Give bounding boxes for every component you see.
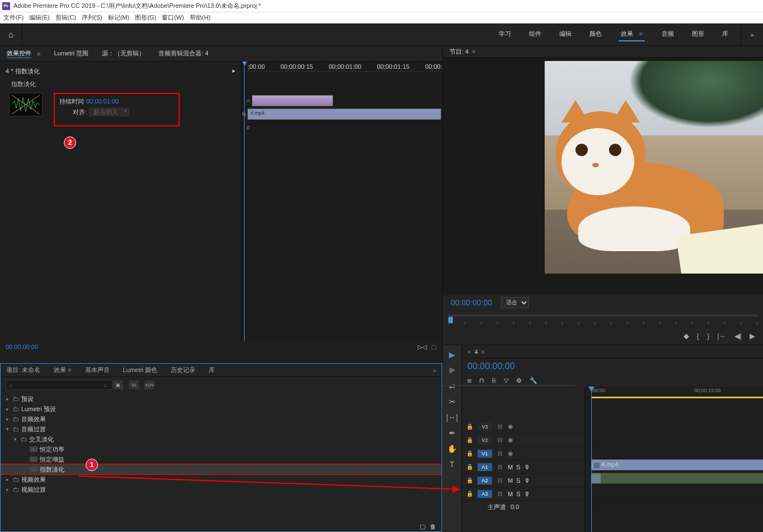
menu-sequence[interactable]: 序列(S): [82, 13, 102, 22]
workspace-overflow[interactable]: »: [741, 23, 763, 46]
link-icon[interactable]: ⎘: [492, 377, 496, 384]
tree-effect[interactable]: ▫恒定功率: [1, 444, 442, 454]
track-select-tool[interactable]: ⫸: [446, 365, 458, 375]
menu-help[interactable]: 帮助(H): [190, 13, 210, 22]
tree-folder[interactable]: ▸🗀Lumetri 预设: [1, 404, 442, 414]
track-v1[interactable]: V1: [478, 450, 492, 458]
tree-folder[interactable]: ▸🗀音频效果: [1, 414, 442, 424]
program-monitor-viewport[interactable]: [443, 58, 763, 295]
sequence-name[interactable]: 4: [474, 349, 478, 355]
type-tool[interactable]: T: [446, 459, 458, 469]
duration-value[interactable]: 00:00:01:00: [86, 98, 119, 105]
track-a1[interactable]: A1: [478, 463, 492, 471]
ec-timecode[interactable]: 00:00:00:00: [6, 343, 38, 350]
align-dropdown[interactable]: 起点切入: [89, 107, 129, 116]
snap-icon[interactable]: ⊓: [479, 377, 484, 384]
timeline-ruler[interactable]: ;00:00 00;00:15:00 00;00:30:00: [585, 387, 763, 398]
effects-search-input[interactable]: [6, 380, 113, 390]
settings-icon[interactable]: ⚙: [516, 377, 522, 384]
timeline-timecode[interactable]: 00:00:00:00: [467, 361, 515, 371]
ec-export-icon[interactable]: ⬚: [431, 343, 437, 351]
razor-tool[interactable]: ✂: [446, 397, 458, 407]
new-bin-icon[interactable]: ▢: [420, 523, 425, 530]
lock-icon[interactable]: 🔒: [465, 423, 474, 430]
zoom-select[interactable]: 适合: [501, 297, 529, 308]
panel-overflow[interactable]: »: [433, 367, 436, 374]
mic-icon[interactable]: 🎙: [524, 464, 530, 470]
tab-effect-controls[interactable]: 效果控件: [7, 49, 31, 58]
trash-icon[interactable]: 🗑: [430, 523, 436, 530]
audio-clip[interactable]: [591, 473, 763, 484]
program-scrubber[interactable]: [443, 310, 763, 322]
ws-effects[interactable]: 效果 ≡: [619, 27, 645, 41]
filter-accelerated[interactable]: ▣: [113, 380, 123, 389]
filter-32bit[interactable]: 32: [129, 380, 139, 389]
add-marker-button[interactable]: ◆: [684, 332, 689, 340]
menu-icon[interactable]: ≡: [481, 349, 485, 355]
tree-effect[interactable]: ▫指数淡化: [1, 464, 442, 474]
ec-toggle-icon[interactable]: ▸: [232, 67, 236, 76]
ec-loop-icon[interactable]: ▷◁: [418, 343, 427, 351]
panel-menu-icon[interactable]: ≡: [37, 50, 40, 57]
menu-icon[interactable]: ≡: [472, 48, 475, 55]
menu-window[interactable]: 窗口(W): [162, 13, 184, 22]
filter-yuv[interactable]: YUV: [144, 380, 155, 389]
menu-marker[interactable]: 标记(M): [108, 13, 130, 22]
tab-lumetri-scopes[interactable]: Lumetri 范围: [54, 49, 88, 58]
slip-tool[interactable]: |↔|: [446, 412, 458, 422]
program-timecode[interactable]: 00:00:00:00: [451, 298, 492, 307]
timeline-area[interactable]: ;00:00 00;00:15:00 00;00:30:00 4.mp4: [585, 387, 763, 532]
tab-history[interactable]: 历史记录: [171, 366, 195, 374]
work-area-bar[interactable]: [591, 397, 763, 398]
ws-audio[interactable]: 音频: [661, 27, 675, 41]
tree-folder[interactable]: ▸🗀视频效果: [1, 474, 442, 484]
home-button[interactable]: ⌂: [0, 23, 22, 46]
ec-time-ruler[interactable]: ;00:00 00;00:00:15 00;00:01:00 00;00:01:…: [242, 62, 442, 72]
go-in-button[interactable]: |←: [717, 332, 726, 340]
ws-graphics[interactable]: 图形: [691, 27, 705, 41]
tree-effect[interactable]: ▫恒定增益: [1, 454, 442, 464]
ec-transition-clip[interactable]: [252, 95, 333, 106]
tab-project[interactable]: 项目: 未命名: [6, 366, 40, 374]
hand-tool[interactable]: ✋: [446, 444, 458, 454]
mark-out-button[interactable]: }: [707, 332, 709, 340]
play-button[interactable]: ▶: [750, 332, 755, 340]
ec-playhead[interactable]: [244, 62, 245, 341]
track-a3[interactable]: A3: [478, 490, 492, 498]
menu-edit[interactable]: 编辑(E): [29, 13, 50, 22]
ripple-tool[interactable]: ⇄: [446, 381, 458, 391]
close-seq-icon[interactable]: ×: [467, 349, 471, 355]
ws-library[interactable]: 库: [721, 27, 729, 41]
tab-essential-sound[interactable]: 基本声音: [85, 366, 110, 374]
ws-assembly[interactable]: 组件: [528, 27, 542, 41]
tree-folder[interactable]: ▸🗀预设: [1, 394, 442, 404]
video-clip[interactable]: 4.mp4: [591, 459, 763, 470]
mark-in-button[interactable]: {: [697, 332, 699, 340]
track-a2[interactable]: A2: [478, 477, 492, 484]
ws-color[interactable]: 颜色: [588, 27, 603, 41]
tree-folder[interactable]: ▾🗀音频过渡: [1, 424, 442, 434]
tree-folder[interactable]: ▾🗀交叉淡化: [1, 434, 442, 444]
eye-icon[interactable]: ◉: [508, 423, 513, 430]
ws-learn[interactable]: 学习: [498, 27, 512, 41]
ec-audio-clip[interactable]: 4.mp4: [247, 109, 441, 120]
selection-tool[interactable]: ▶: [446, 350, 458, 360]
pen-tool[interactable]: ✒: [446, 428, 458, 438]
timeline-playhead[interactable]: [591, 387, 592, 532]
menu-file[interactable]: 文件(F): [3, 13, 24, 22]
tab-effects[interactable]: 效果 ≡: [54, 366, 71, 374]
menu-graphics[interactable]: 图形(G): [135, 13, 156, 22]
step-back-button[interactable]: ◀|: [734, 332, 742, 340]
tab-audio-mixer[interactable]: 音频剪辑混合器: 4: [158, 49, 208, 58]
menu-clip[interactable]: 剪辑(C): [55, 13, 76, 22]
fade-in[interactable]: [592, 473, 601, 483]
tab-library[interactable]: 库: [209, 366, 215, 374]
track-v2[interactable]: V2: [478, 436, 492, 444]
track-v3[interactable]: V3: [478, 423, 492, 431]
ws-edit[interactable]: 编辑: [558, 27, 573, 41]
scrubber-knob[interactable]: [448, 317, 453, 323]
tab-source[interactable]: 源：（无剪辑）: [102, 49, 145, 58]
tab-lumetri-color[interactable]: Lumetri 颜色: [123, 366, 158, 374]
master-value[interactable]: 0.0: [511, 503, 519, 510]
wrench-icon[interactable]: 🔧: [530, 377, 537, 384]
